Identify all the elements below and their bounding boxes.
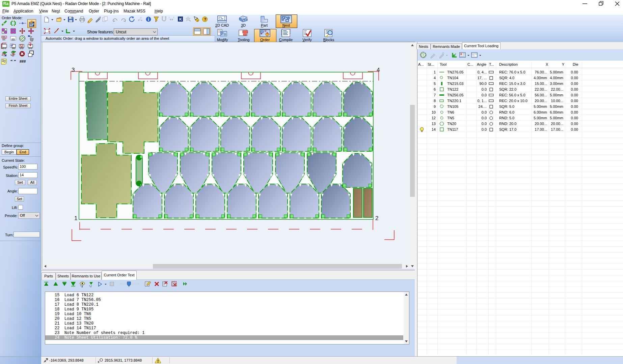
svg-text:1: 1 [74, 215, 77, 221]
svg-text:“ ”: “ ” [10, 59, 16, 64]
svg-text:4: 4 [377, 67, 380, 73]
svg-text:2: 2 [375, 215, 378, 221]
svg-text:###: ### [20, 59, 26, 63]
svg-text:?: ? [204, 17, 207, 21]
svg-text:3: 3 [72, 67, 75, 73]
svg-text:?: ? [197, 19, 198, 22]
svg-text:K: K [179, 17, 182, 21]
